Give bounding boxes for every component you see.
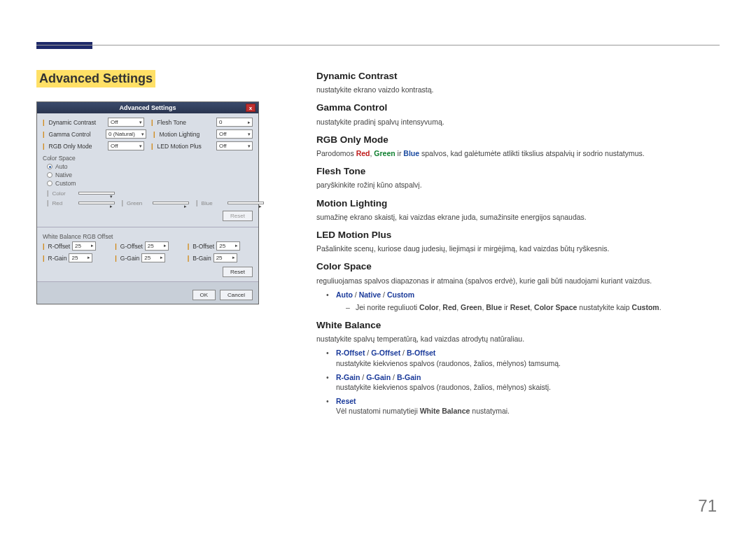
led-motion-plus-label: LED Motion Plus	[158, 143, 202, 150]
color-label: Color	[52, 190, 76, 197]
flesh-tone-label: Flesh Tone	[158, 119, 186, 126]
g-gain-select[interactable]: 25▸	[141, 253, 165, 262]
page-content: Advanced Settings Advanced Settings x |D…	[36, 70, 720, 506]
gamma-control-select[interactable]: 0 (Natural)▾	[106, 129, 146, 139]
green-label: Green	[127, 200, 150, 206]
rgb-only-mode-select[interactable]: Off▾	[108, 141, 144, 150]
chevron-down-icon: ▾	[141, 132, 144, 137]
led-motion-plus-select[interactable]: Off▾	[216, 141, 253, 150]
section-title: Advanced Settings	[36, 70, 155, 87]
bullet-icon: |	[43, 143, 45, 150]
b-gain-label: B-Gain	[192, 255, 211, 262]
white-balance-desc: nustatykite spalvų temperatūrą, kad vaiz…	[316, 334, 720, 344]
r-gain-select[interactable]: 25▸	[69, 253, 92, 262]
color-space-auto-radio[interactable]: Auto	[47, 163, 253, 170]
gamma-control-label: Gamma Control	[49, 131, 91, 138]
header-rule	[36, 45, 720, 45]
red-label: Red	[52, 200, 76, 206]
b-offset-label: B-Offset	[192, 243, 214, 250]
header-bar	[36, 42, 92, 49]
chevron-down-icon: ▾	[139, 143, 142, 149]
bullet-icon: |	[43, 255, 45, 262]
dynamic-contrast-desc: nustatykite ekrano vaizdo kontrastą.	[316, 85, 720, 94]
white-balance-reset-button[interactable]: Reset	[223, 267, 253, 277]
r-offset-label: R-Offset	[48, 243, 71, 250]
chevron-down-icon: ▾	[248, 132, 251, 137]
rgb-only-mode-desc: Parodomos Red, Green ir Blue spalvos, ka…	[316, 148, 720, 158]
dialog-body: |Dynamic Contrast Off▾ |Flesh Tone 0▸ |G…	[37, 113, 258, 281]
bullet-icon: |	[151, 143, 153, 150]
dynamic-contrast-select[interactable]: Off▾	[108, 118, 144, 127]
g-gain-label: G-Gain	[120, 255, 139, 262]
white-balance-group-label: White Balance RGB Offset	[43, 233, 253, 240]
rgb-only-mode-heading: RGB Only Mode	[316, 134, 720, 146]
color-select: ▾	[78, 192, 115, 195]
color-space-native-radio[interactable]: Native	[47, 171, 253, 178]
blue-select: ▸	[227, 202, 264, 204]
bullet-icon: |	[122, 199, 124, 206]
g-offset-label: G-Offset	[120, 243, 143, 250]
chevron-down-icon: ▾	[248, 143, 251, 149]
dynamic-contrast-heading: Dynamic Contrast	[316, 70, 720, 83]
rgb-only-mode-label: RGB Only Mode	[49, 143, 92, 150]
left-column: Advanced Settings Advanced Settings x |D…	[36, 70, 295, 506]
white-balance-offset: R-Offset / G-Offset / B-Offset nustatyki…	[326, 348, 720, 367]
bullet-icon: |	[196, 199, 198, 206]
bullet-icon: |	[47, 190, 49, 197]
chevron-down-icon: ▾	[139, 120, 142, 125]
motion-lighting-select[interactable]: Off▾	[216, 129, 253, 139]
bullet-icon: |	[43, 243, 45, 250]
flesh-tone-heading: Flesh Tone	[316, 165, 720, 178]
divider	[37, 227, 258, 227]
white-balance-gain: R-Gain / G-Gain / B-Gain nustatykite kie…	[326, 372, 720, 392]
green-select: ▸	[153, 202, 189, 204]
bullet-icon: |	[47, 199, 49, 206]
bullet-icon: |	[153, 131, 155, 138]
flesh-tone-select[interactable]: 0▸	[216, 118, 253, 127]
color-space-heading: Color Space	[316, 260, 720, 273]
bullet-icon: |	[115, 255, 117, 262]
bullet-icon: |	[188, 255, 190, 262]
bullet-icon: |	[188, 243, 190, 250]
gamma-control-heading: Gamma Control	[316, 101, 720, 114]
led-motion-plus-desc: Pašalinkite scenų, kuriose daug judesių,…	[316, 244, 720, 253]
bullet-icon: |	[115, 243, 117, 250]
color-space-reset-button: Reset	[223, 211, 253, 221]
chevron-down-icon: ▸	[248, 120, 251, 125]
flesh-tone-desc: paryškinkite rožinį kūno atspalvį.	[316, 180, 720, 190]
white-balance-heading: White Balance	[316, 319, 720, 332]
b-gain-select[interactable]: 25▸	[214, 253, 237, 262]
page-number: 71	[698, 496, 717, 516]
color-space-desc: reguliuojamas spalvos diapazonas ir atma…	[316, 276, 720, 286]
color-space-custom-note: Jei norite reguliuoti Color, Red, Green,…	[346, 302, 720, 312]
red-select: ▸	[78, 202, 115, 204]
bullet-icon: |	[43, 131, 45, 138]
dialog-footer: OK Cancel	[37, 281, 258, 304]
advanced-settings-dialog: Advanced Settings x |Dynamic Contrast Of…	[36, 101, 259, 304]
gamma-control-desc: nustatykite pradinį spalvų intensyvumą.	[316, 117, 720, 127]
motion-lighting-heading: Motion Lighting	[316, 197, 720, 210]
r-gain-label: R-Gain	[48, 255, 67, 262]
color-space-options: Auto / Native / Custom Jei norite reguli…	[326, 290, 720, 312]
motion-lighting-desc: sumažinę ekrano skaistį, kai vaizdas ekr…	[316, 212, 720, 222]
bullet-icon: |	[151, 119, 153, 126]
color-space-custom-radio[interactable]: Custom	[47, 180, 253, 187]
g-offset-select[interactable]: 25▸	[145, 241, 169, 251]
bullet-icon: |	[43, 119, 45, 126]
white-balance-reset: Reset Vėl nustatomi numatytieji White Ba…	[326, 396, 720, 416]
b-offset-select[interactable]: 25▸	[216, 241, 240, 251]
blue-label: Blue	[202, 200, 225, 206]
dialog-title-bar: Advanced Settings x	[37, 102, 258, 113]
motion-lighting-label: Motion Lighting	[160, 131, 200, 138]
dynamic-contrast-label: Dynamic Contrast	[49, 119, 97, 126]
color-space-group-label: Color Space	[43, 155, 253, 162]
cancel-button[interactable]: Cancel	[220, 290, 253, 300]
close-button[interactable]: x	[246, 104, 255, 112]
r-offset-select[interactable]: 25▸	[72, 241, 96, 251]
led-motion-plus-heading: LED Motion Plus	[316, 229, 720, 241]
right-column: Dynamic Contrast nustatykite ekrano vaiz…	[295, 70, 720, 506]
ok-button[interactable]: OK	[192, 290, 216, 300]
dialog-title: Advanced Settings	[119, 104, 176, 111]
